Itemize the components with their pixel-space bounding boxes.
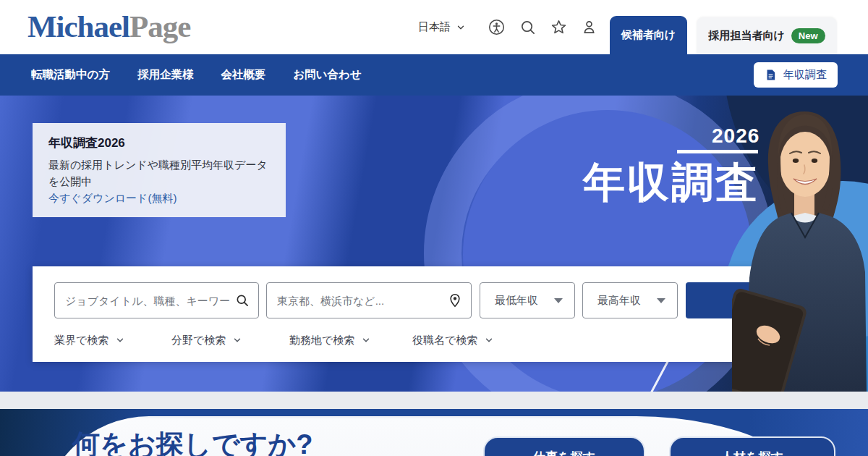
nav-item-employers[interactable]: 採用企業様 [137,67,194,83]
section-divider [0,392,868,409]
section-heading: 何をお探しですか? [72,426,313,456]
quick-link-location-label: 勤務地で検索 [289,334,354,347]
hero-person-image [732,96,868,392]
location-input[interactable] [267,295,448,307]
tab-candidates-label: 候補者向け [621,28,676,42]
job-search-panel: 最低年収 最高年収 検索 業界で検索 分野で検索 勤務地で検索 役職名で検索 [33,266,837,362]
quick-link-location[interactable]: 勤務地で検索 [289,332,371,349]
nav-item-contact[interactable]: お問い合わせ [293,67,361,83]
min-salary-label: 最低年収 [495,294,538,308]
main-navbar: 転職活動中の方 採用企業様 会社概要 お問い合わせ 年収調査 [0,54,868,96]
what-are-you-looking-for-section: 何をお探しですか? 仕事を探す 人材を探す [0,409,868,456]
language-selector[interactable]: 日本語 [418,0,466,54]
nav-item-job-seekers[interactable]: 転職活動中の方 [31,67,110,83]
tab-employers[interactable]: 採用担当者向け New [697,17,837,54]
max-salary-select[interactable]: 最高年収 [582,282,678,318]
find-jobs-button[interactable]: 仕事を探す [483,436,645,456]
promo-card-title: 年収調査2026 [48,135,270,151]
quick-link-job-title-label: 役職名で検索 [412,334,477,347]
quick-link-discipline[interactable]: 分野で検索 [171,332,242,349]
user-icon[interactable] [577,0,600,54]
document-icon [765,69,777,81]
salary-survey-button-label: 年収調査 [783,68,827,82]
quick-link-job-title[interactable]: 役職名で検索 [412,332,494,349]
quick-link-discipline-label: 分野で検索 [171,334,226,347]
salary-survey-button[interactable]: 年収調査 [754,62,838,88]
max-salary-label: 最高年収 [597,294,641,308]
keyword-input[interactable] [55,295,235,307]
site-header: MichaelPage 日本語 候補者向け 採用担当者向け New [0,0,868,54]
chevron-down-icon [115,335,125,345]
location-input-box [266,282,472,318]
accessibility-icon[interactable] [485,0,508,54]
chevron-down-icon [361,335,371,345]
logo-text-page: Page [129,9,190,43]
tab-employers-label: 採用担当者向け [708,29,784,43]
michael-page-logo[interactable]: MichaelPage [27,9,190,44]
find-talent-button[interactable]: 人材を探す [669,436,835,456]
nav-item-about[interactable]: 会社概要 [221,67,265,83]
tab-candidates[interactable]: 候補者向け [610,16,687,54]
quick-link-industry[interactable]: 業界で検索 [54,332,125,349]
quick-link-industry-label: 業界で検索 [54,334,109,347]
search-icon[interactable] [516,0,539,54]
salary-survey-promo-card: 年収調査2026 最新の採用トレンドや職種別平均年収データを公開中 今すぐダウン… [33,123,286,217]
chevron-down-icon [456,22,466,33]
caret-down-icon [657,298,665,303]
new-badge: New [791,28,825,43]
location-pin-icon [448,293,462,308]
logo-text-michael: Michael [27,9,129,43]
min-salary-select[interactable]: 最低年収 [480,282,575,318]
chevron-down-icon [484,335,494,345]
language-label: 日本語 [418,20,451,34]
chevron-down-icon [232,335,242,345]
keyword-input-box [54,282,259,318]
caret-down-icon [554,298,563,303]
star-icon[interactable] [547,0,570,54]
promo-card-body: 最新の採用トレンドや職種別平均年収データを公開中 [48,157,276,190]
search-icon [235,293,250,308]
promo-download-link[interactable]: 今すぐダウンロード(無料) [48,192,176,206]
